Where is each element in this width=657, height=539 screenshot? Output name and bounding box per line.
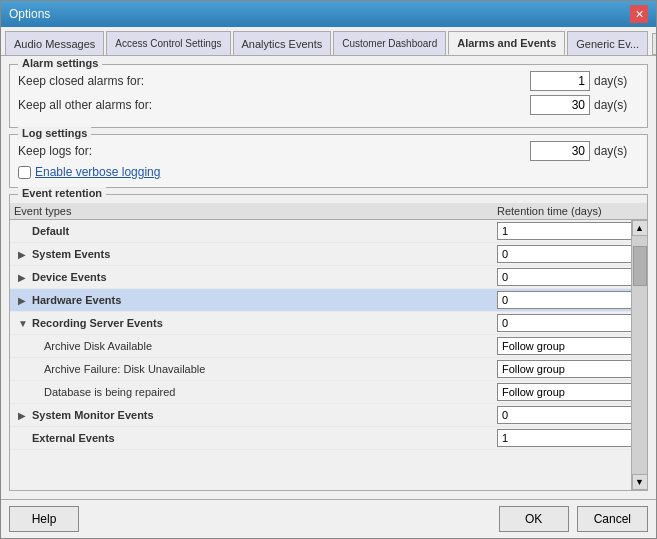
- row-value-input[interactable]: [497, 268, 631, 286]
- verbose-logging-checkbox[interactable]: [18, 166, 31, 179]
- table-header: Event types Retention time (days): [10, 203, 647, 220]
- row-event-name: Database is being repaired: [44, 386, 497, 398]
- table-row: Archive Disk Available▼: [10, 335, 631, 358]
- row-value-input[interactable]: [497, 406, 631, 424]
- alarm-other-input[interactable]: [530, 95, 590, 115]
- table-with-scroll: Default▼▶System Events▼▶Device Events▼▶H…: [10, 220, 647, 490]
- table-row: ▶System Monitor Events▼: [10, 404, 631, 427]
- title-bar: Options ✕: [1, 1, 656, 27]
- row-value-container: ▼: [497, 337, 627, 355]
- table-row: Default▼: [10, 220, 631, 243]
- ok-button[interactable]: OK: [499, 506, 569, 532]
- alarm-other-row: Keep all other alarms for: day(s): [18, 95, 639, 115]
- row-expand-icon[interactable]: ▼: [18, 318, 32, 329]
- tab-customer-dashboard[interactable]: Customer Dashboard: [333, 31, 446, 55]
- row-value-container: ▼: [497, 429, 627, 447]
- alarm-closed-unit: day(s): [594, 74, 639, 88]
- footer-right: OK Cancel: [499, 506, 648, 532]
- row-event-name: System Events: [32, 248, 497, 260]
- verbose-logging-label[interactable]: Enable verbose logging: [35, 165, 160, 179]
- scrollbar: ▲ ▼: [631, 220, 647, 490]
- footer: Help OK Cancel: [1, 499, 656, 538]
- row-value-container: ▼: [497, 383, 627, 401]
- verbose-logging-row: Enable verbose logging: [18, 165, 639, 179]
- table-row: ▶System Events▼: [10, 243, 631, 266]
- alarm-closed-input[interactable]: [530, 71, 590, 91]
- row-expand-icon[interactable]: ▶: [18, 295, 32, 306]
- table-row: ▼Recording Server Events▼: [10, 312, 631, 335]
- tab-alarms-events[interactable]: Alarms and Events: [448, 31, 565, 55]
- help-button[interactable]: Help: [9, 506, 79, 532]
- table-row: ▶Device Events▼: [10, 266, 631, 289]
- alarm-other-unit: day(s): [594, 98, 639, 112]
- row-expand-icon[interactable]: ▶: [18, 249, 32, 260]
- alarm-settings-group: Alarm settings Keep closed alarms for: d…: [9, 64, 648, 128]
- log-keep-unit: day(s): [594, 144, 639, 158]
- tab-audio-messages[interactable]: Audio Messages: [5, 31, 104, 55]
- main-window: Options ✕ Audio Messages Access Control …: [0, 0, 657, 539]
- row-event-name: Hardware Events: [32, 294, 497, 306]
- row-event-name: External Events: [32, 432, 497, 444]
- alarm-settings-title: Alarm settings: [18, 57, 102, 69]
- table-row: ▶Hardware Events▼: [10, 289, 631, 312]
- tab-generic-ev[interactable]: Generic Ev...: [567, 31, 648, 55]
- row-value-input[interactable]: [497, 360, 631, 378]
- col-retention: Retention time (days): [497, 205, 627, 217]
- row-event-name: System Monitor Events: [32, 409, 497, 421]
- row-value-container: ▼: [497, 314, 627, 332]
- event-retention-group: Event retention Event types Retention ti…: [9, 194, 648, 491]
- row-event-name: Recording Server Events: [32, 317, 497, 329]
- row-value-container: ▼: [497, 406, 627, 424]
- row-expand-icon[interactable]: ▶: [18, 272, 32, 283]
- table-row: External Events▼: [10, 427, 631, 450]
- main-content: Alarm settings Keep closed alarms for: d…: [1, 56, 656, 499]
- row-value-container: ▼: [497, 291, 627, 309]
- tab-access-control[interactable]: Access Control Settings: [106, 31, 230, 55]
- row-value-container: ▼: [497, 245, 627, 263]
- row-expand-icon[interactable]: ▶: [18, 410, 32, 421]
- scrollbar-up-btn[interactable]: ▲: [632, 220, 648, 236]
- alarm-closed-row: Keep closed alarms for: day(s): [18, 71, 639, 91]
- row-value-input[interactable]: [497, 429, 631, 447]
- scrollbar-down-btn[interactable]: ▼: [632, 474, 648, 490]
- alarm-other-label: Keep all other alarms for:: [18, 98, 530, 112]
- event-retention-title: Event retention: [18, 187, 106, 199]
- table-row: Database is being repaired▼: [10, 381, 631, 404]
- row-value-input[interactable]: [497, 337, 631, 355]
- log-keep-label: Keep logs for:: [18, 144, 530, 158]
- row-value-container: ▼: [497, 360, 627, 378]
- alarm-closed-label: Keep closed alarms for:: [18, 74, 530, 88]
- col-event-types: Event types: [14, 205, 497, 217]
- row-value-input[interactable]: [497, 245, 631, 263]
- row-value-input[interactable]: [497, 314, 631, 332]
- tab-scroll-left[interactable]: ◄: [652, 33, 656, 55]
- log-settings-group: Log settings Keep logs for: day(s) Enabl…: [9, 134, 648, 188]
- cancel-button[interactable]: Cancel: [577, 506, 648, 532]
- row-value-container: ▼: [497, 222, 627, 240]
- row-value-container: ▼: [497, 268, 627, 286]
- log-settings-title: Log settings: [18, 127, 91, 139]
- table-body: Default▼▶System Events▼▶Device Events▼▶H…: [10, 220, 631, 490]
- tab-analytics-events[interactable]: Analytics Events: [233, 31, 332, 55]
- tab-scroll-controls: ◄ ►: [652, 33, 656, 55]
- row-event-name: Archive Disk Available: [44, 340, 497, 352]
- row-value-input[interactable]: [497, 291, 631, 309]
- event-table: Event types Retention time (days) Defaul…: [10, 203, 647, 490]
- log-keep-row: Keep logs for: day(s): [18, 141, 639, 161]
- table-row: Archive Failure: Disk Unavailable▼: [10, 358, 631, 381]
- close-button[interactable]: ✕: [630, 5, 648, 23]
- window-title: Options: [9, 7, 50, 21]
- scrollbar-thumb[interactable]: [633, 246, 647, 286]
- scrollbar-track: [632, 236, 648, 474]
- row-event-name: Device Events: [32, 271, 497, 283]
- row-event-name: Archive Failure: Disk Unavailable: [44, 363, 497, 375]
- row-value-input[interactable]: [497, 383, 631, 401]
- log-keep-input[interactable]: [530, 141, 590, 161]
- row-event-name: Default: [32, 225, 497, 237]
- row-value-input[interactable]: [497, 222, 631, 240]
- tabs-bar: Audio Messages Access Control Settings A…: [1, 27, 656, 56]
